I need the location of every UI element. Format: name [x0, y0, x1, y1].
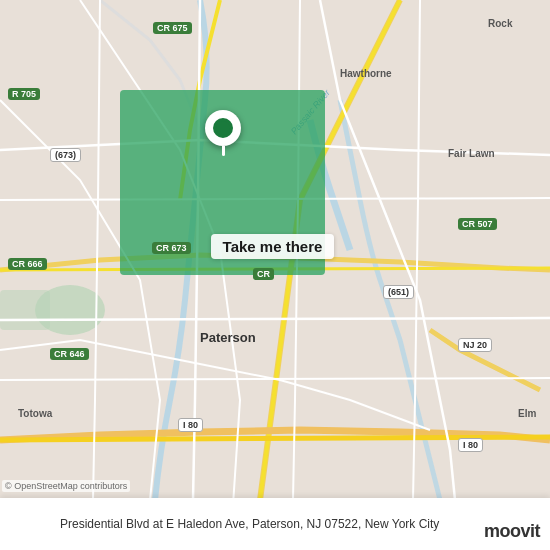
svg-rect-2	[0, 290, 50, 330]
pin-tail	[222, 146, 225, 156]
badge-r673: (673)	[50, 148, 81, 162]
badge-i80b: I 80	[458, 438, 483, 452]
label-rock: Rock	[488, 18, 512, 29]
badge-cr675: CR 675	[153, 22, 192, 34]
label-totowa: Totowa	[18, 408, 52, 419]
moovit-logo: moovit	[484, 521, 540, 542]
badge-nj20: NJ 20	[458, 338, 492, 352]
moovit-text: moovit	[484, 521, 540, 542]
location-pin	[205, 110, 241, 156]
bottom-bar: Presidential Blvd at E Haledon Ave, Pate…	[0, 498, 550, 550]
badge-r705: R 705	[8, 88, 40, 100]
label-elm: Elm	[518, 408, 536, 419]
address-text: Presidential Blvd at E Haledon Ave, Pate…	[60, 516, 439, 533]
take-me-there-button[interactable]: Take me there	[184, 229, 361, 264]
badge-cr646: CR 646	[50, 348, 89, 360]
badge-cr-mid: CR	[253, 268, 274, 280]
osm-attribution: © OpenStreetMap contributors	[2, 480, 130, 492]
label-hawthorne: Hawthorne	[340, 68, 392, 79]
label-fair-lawn: Fair Lawn	[448, 148, 495, 159]
badge-cr507: CR 507	[458, 218, 497, 230]
label-paterson: Paterson	[200, 330, 256, 345]
badge-i80a: I 80	[178, 418, 203, 432]
map-container: Passaic River CR 675 R 705 (673) CR 673 …	[0, 0, 550, 550]
badge-r651: (651)	[383, 285, 414, 299]
badge-cr666: CR 666	[8, 258, 47, 270]
take-me-there-label: Take me there	[211, 234, 335, 259]
map-svg: Passaic River	[0, 0, 550, 550]
pin-circle	[205, 110, 241, 146]
